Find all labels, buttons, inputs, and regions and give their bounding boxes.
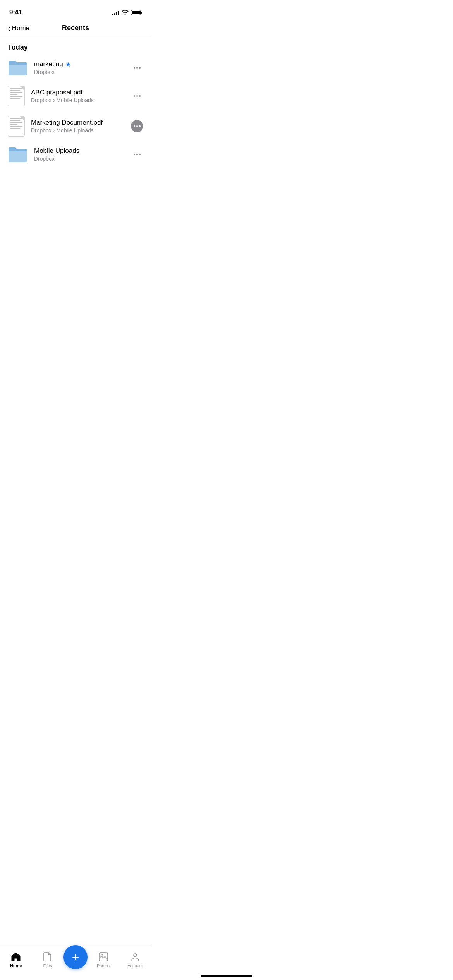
pdf-icon [8,116,25,137]
file-name: ABC praposal.pdf [31,89,125,96]
section-today: Today [0,37,151,55]
file-info: Mobile Uploads Dropbox [34,147,125,162]
file-name: Marketing Document.pdf [31,119,125,127]
folder-icon [8,146,28,163]
signal-icon [112,10,119,15]
list-item[interactable]: marketing ★ Dropbox [0,55,151,81]
file-path: Dropbox [34,69,125,75]
folder-icon [8,59,28,76]
more-dots-icon-active [131,120,143,132]
status-bar: 9:41 [0,0,151,19]
file-info: marketing ★ Dropbox [34,60,125,75]
file-path: Dropbox › Mobile Uploads [31,97,125,103]
nav-header: ‹ Home Recents [0,19,151,37]
file-list: marketing ★ Dropbox [0,55,151,168]
list-item[interactable]: Marketing Document.pdf Dropbox › Mobile … [0,111,151,141]
more-dots-icon [134,154,141,155]
list-item[interactable]: Mobile Uploads Dropbox [0,141,151,168]
back-button[interactable]: ‹ Home [8,24,29,32]
section-title-today: Today [8,43,28,51]
file-info: ABC praposal.pdf Dropbox › Mobile Upload… [31,89,125,103]
battery-icon [131,10,142,15]
file-path: Dropbox [34,156,125,162]
back-label: Home [12,24,29,32]
wifi-icon [122,10,129,15]
status-time: 9:41 [9,9,22,16]
file-name: Mobile Uploads [34,147,125,155]
file-path: Dropbox › Mobile Uploads [31,127,125,134]
list-item[interactable]: ABC praposal.pdf Dropbox › Mobile Upload… [0,81,151,111]
more-options-button[interactable] [131,90,143,102]
more-options-button[interactable] [131,148,143,161]
back-chevron-icon: ‹ [8,24,10,32]
status-icons [112,10,142,15]
file-info: Marketing Document.pdf Dropbox › Mobile … [31,119,125,134]
more-options-button[interactable] [131,120,143,132]
more-options-button[interactable] [131,62,143,74]
more-dots-icon [134,95,141,97]
page-title: Recents [62,24,89,32]
star-icon: ★ [65,61,71,68]
more-dots-icon [134,67,141,69]
pdf-icon [8,86,25,106]
file-name: marketing ★ [34,60,125,68]
